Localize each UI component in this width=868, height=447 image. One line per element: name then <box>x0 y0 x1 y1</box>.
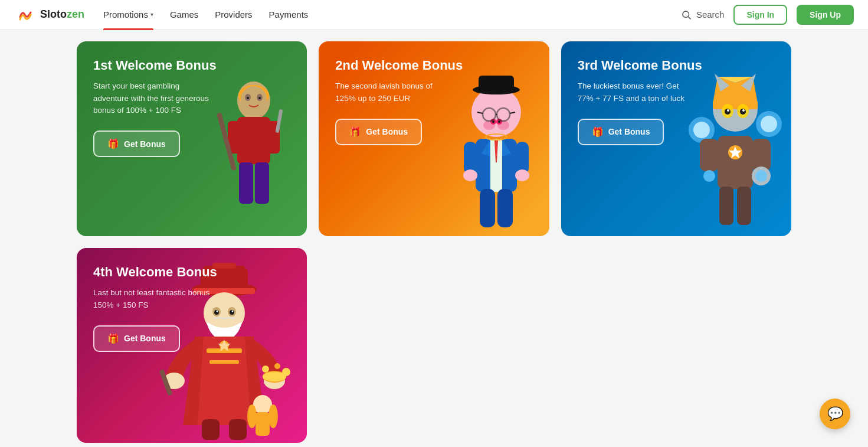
nav-providers[interactable]: Providers <box>215 7 252 22</box>
svg-rect-30 <box>464 142 477 174</box>
bonus-1-desc: Start your best gambling adventure with … <box>93 80 211 116</box>
svg-point-92 <box>282 368 290 376</box>
header-right: Search Sign In Sign Up <box>681 5 854 25</box>
bonus-card-2: 2nd Welcome Bonus The second lavish bonu… <box>319 41 549 236</box>
signup-button[interactable]: Sign Up <box>797 5 854 25</box>
svg-point-1 <box>683 11 689 18</box>
svg-rect-67 <box>737 187 751 225</box>
promotions-chevron-icon: ▾ <box>150 11 153 18</box>
gift-icon-2: 🎁 <box>349 126 361 138</box>
search-area[interactable]: Search <box>681 9 725 20</box>
svg-rect-97 <box>256 412 270 436</box>
bonus-card-1: 1st Welcome Bonus Start your best gambli… <box>77 41 307 236</box>
svg-rect-31 <box>516 142 529 174</box>
get-bonus-2-button[interactable]: 🎁 Get Bonus <box>335 119 422 145</box>
gift-icon-3: 🎁 <box>592 126 604 138</box>
chat-icon: 💬 <box>827 406 843 422</box>
get-bonus-1-button[interactable]: 🎁 Get Bonus <box>93 130 180 157</box>
get-bonus-4-button[interactable]: 🎁 Get Bonus <box>93 325 180 352</box>
logo-text: Slotozen <box>40 9 84 21</box>
bonus-3-desc: The luckiest bonus ever! Get 77% + 77 FS… <box>578 80 696 105</box>
bonus-4-desc: Last but not least fantastic bonus 150% … <box>93 287 211 311</box>
svg-rect-35 <box>497 189 513 227</box>
bonus-card-3: 3rd Welcome Bonus The luckiest bonus eve… <box>561 41 791 236</box>
bonus-grid-top: 1st Welcome Bonus Start your best gambli… <box>77 41 791 236</box>
logo[interactable]: Slotozen <box>14 4 84 25</box>
gift-icon-1: 🎁 <box>107 138 119 149</box>
bonus-grid-bottom: 4th Welcome Bonus Last but not least fan… <box>77 248 791 443</box>
svg-rect-83 <box>209 360 239 364</box>
search-icon <box>681 9 692 20</box>
nav-promotions[interactable]: Promotions ▾ <box>103 7 153 22</box>
bonus-2-content: 2nd Welcome Bonus The second lavish bonu… <box>335 58 532 145</box>
bonus-4-title: 4th Welcome Bonus <box>93 265 290 280</box>
main-nav: Promotions ▾ Games Providers Payments <box>103 7 662 22</box>
svg-point-33 <box>515 169 529 181</box>
chat-button[interactable]: 💬 <box>820 399 850 429</box>
bonus-3-content: 3rd Welcome Bonus The luckiest bonus eve… <box>578 58 775 145</box>
bonus-1-content: 1st Welcome Bonus Start your best gambli… <box>93 58 290 157</box>
gift-icon-4: 🎁 <box>107 333 119 344</box>
nav-payments[interactable]: Payments <box>269 7 309 22</box>
bonus-card-4: 4th Welcome Bonus Last but not least fan… <box>77 248 307 443</box>
svg-point-99 <box>268 404 278 428</box>
svg-rect-66 <box>719 187 733 225</box>
svg-point-90 <box>262 366 269 373</box>
svg-point-91 <box>274 363 280 369</box>
main-header: Slotozen Promotions ▾ Games Providers Pa… <box>0 0 868 30</box>
svg-rect-95 <box>229 419 247 440</box>
bonus-2-title: 2nd Welcome Bonus <box>335 58 532 73</box>
main-content: 1st Welcome Bonus Start your best gambli… <box>0 30 868 447</box>
svg-point-63 <box>703 170 715 182</box>
bonus-4-content: 4th Welcome Bonus Last but not least fan… <box>93 265 290 352</box>
bonus-3-title: 3rd Welcome Bonus <box>578 58 775 73</box>
bonus-2-desc: The second lavish bonus of 125% up to 25… <box>335 80 453 105</box>
svg-point-32 <box>463 169 477 181</box>
svg-rect-94 <box>202 419 220 440</box>
nav-games[interactable]: Games <box>170 7 198 22</box>
svg-point-98 <box>247 404 257 428</box>
svg-rect-34 <box>480 189 495 227</box>
svg-point-65 <box>755 170 767 182</box>
logo-icon <box>14 4 35 25</box>
svg-rect-8 <box>255 162 269 204</box>
signin-button[interactable]: Sign In <box>733 5 787 25</box>
svg-line-2 <box>688 17 690 19</box>
bonus-1-title: 1st Welcome Bonus <box>93 58 290 73</box>
svg-rect-7 <box>239 162 253 204</box>
get-bonus-3-button[interactable]: 🎁 Get Bonus <box>578 119 664 145</box>
